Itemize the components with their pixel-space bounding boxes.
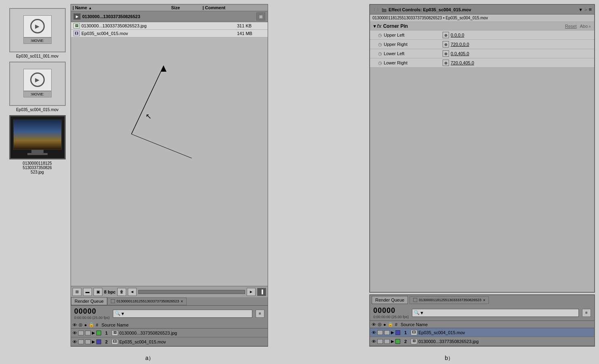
arrow-svg [111, 46, 212, 158]
layer-row-0[interactable]: 👁 ▶ 1 🖼 0130000...337350826523.jpg [71, 329, 268, 337]
sidebar-item-1[interactable]: :MOVIE: Ep030_sc011_001.mov [6, 8, 69, 58]
stopwatch-lower-right[interactable]: ◷ [378, 60, 382, 66]
expand-corner-pin[interactable]: ▼ [372, 24, 377, 29]
value-area-lower-right: ⊕ 720.0,405.0 [443, 60, 474, 66]
layer-rows: 👁 ▶ 1 🖼 0130000...337350826523.jpg 👁 ▶ [71, 329, 268, 346]
b-source-name-label: Source Name [401, 322, 428, 327]
toolbar-btn-list[interactable]: ▬ [83, 288, 92, 296]
preview-area: ↖ [71, 37, 268, 286]
b-eye-ctrl: 👁 [372, 322, 376, 327]
layer-num-0: 1 [102, 331, 110, 335]
param-value-lower-left[interactable]: 0.0,405.0 [451, 51, 469, 56]
b-timecode-area: 00000 0:00:00:00 (25.00 fps) [373, 306, 409, 319]
b-layer-name-0: Ep035_sc004_015.mov [418, 330, 593, 335]
sidebar-item-2[interactable]: :MOVIE: Ep035_sc004_015.mov [6, 62, 69, 112]
file-group-row[interactable]: ▶ 0130000...130337350826523 ⊞ [71, 11, 268, 22]
sidebar-label-2: Ep035_sc004_015.mov [16, 108, 58, 112]
b-sq-1 [377, 339, 383, 344]
toolbar-btn-grid[interactable]: ⊞ [73, 288, 81, 296]
b-layer-row-0[interactable]: 👁 ▶ 1 🎞 Ep035_sc004_015.mov [370, 328, 594, 337]
b-timeline: Render Queue 013000011812551303333735082… [369, 294, 595, 347]
monitor-base [27, 153, 48, 155]
tab-close-icon[interactable]: × [181, 299, 183, 304]
expand-1[interactable]: ▶ [92, 339, 95, 344]
search-box[interactable]: 🔍 ▼ [113, 310, 252, 318]
effect-menu[interactable]: ≡ [589, 6, 592, 12]
sidebar-label-1: Ep030_sc011_001.mov [16, 54, 58, 58]
tab-comp[interactable]: 0130000118125513033737350826523 × [107, 298, 187, 305]
audio-ctrl: ◎ [79, 322, 83, 327]
timecode: 00000 [74, 307, 110, 316]
crosshair-upper-right[interactable]: ⊕ [443, 41, 449, 48]
b-search-dropdown[interactable]: ▼ [420, 310, 424, 315]
b-expand-1[interactable]: ▶ [391, 339, 394, 343]
sq-1b [85, 339, 91, 344]
scrollbar-track[interactable] [138, 290, 245, 294]
stopwatch-lower-left[interactable]: ◷ [378, 51, 382, 56]
timeline-tabs: Render Queue 013000011812551303373735082… [71, 297, 268, 306]
toolbar-btn-next[interactable]: ► [247, 288, 256, 296]
sidebar-item-3[interactable]: 01300001181255130337350826523.jpg [6, 115, 69, 174]
sq-0 [78, 331, 84, 335]
toolbar-btn-options[interactable]: ▐ [257, 288, 266, 296]
corner-pin-name: Corner Pin [383, 23, 565, 29]
effect-controls: ⋮⋮ 🎬 Effect Controls: Ep035_sc004_015.mo… [369, 4, 595, 293]
sq-1 [78, 339, 84, 344]
b-timeline-options-btn[interactable]: ≡ [582, 309, 591, 317]
param-value-lower-right[interactable]: 720.0,405.0 [451, 60, 474, 65]
search-dropdown[interactable]: ▼ [121, 311, 125, 316]
b-tab-comp[interactable]: 0130000118125513033337350826523 × [410, 296, 489, 304]
b-comp-tab-name: 0130000118125513033337350826523 [419, 298, 481, 302]
monitor-stand [31, 150, 44, 153]
file-size-1: 141 MB [237, 31, 265, 36]
crosshair-lower-right[interactable]: ⊕ [443, 60, 449, 66]
b-layer-num-1: 2 [401, 339, 410, 344]
param-name-lower-left: ◷ Lower Left [378, 51, 443, 56]
b-layer-rows: 👁 ▶ 1 🎞 Ep035_sc004_015.mov 👁 ▶ 2 [370, 328, 594, 346]
group-options-btn[interactable]: ⊞ [256, 12, 265, 21]
b-search-box[interactable]: 🔍 ▼ [412, 309, 579, 317]
eye-0: 👁 [73, 331, 77, 335]
captions: a） b） [0, 351, 599, 364]
file-row-1[interactable]: 🎞 Ep035_sc004_015.mov 141 MB [71, 30, 268, 37]
layer-color-1 [96, 339, 101, 344]
caption-a: a） [146, 355, 154, 362]
value-area-lower-left: ⊕ 0.0,405.0 [443, 50, 469, 57]
toolbar-bottom: ⊞ ▬ ▣ 8 bpc 🗑 ◄ ► ▐ [71, 286, 268, 297]
layer-row-1[interactable]: 👁 ▶ 2 🎞 Ep035_sc004_015.mov [71, 337, 268, 346]
toolbar-btn-trash[interactable]: 🗑 [117, 288, 126, 296]
b-comp-thumb [413, 298, 417, 302]
movie-label-1: :MOVIE: [23, 37, 52, 44]
corner-pin-header[interactable]: ▼ fx Corner Pin Reset Abo ▲ [370, 22, 594, 31]
file-browser: | Name ▲ Size | Comment ▶ 0130000...1303… [71, 4, 268, 347]
stopwatch-upper-right[interactable]: ◷ [378, 42, 382, 47]
monitor-screen [13, 120, 62, 150]
b-layer-icon-0: 🎞 [411, 330, 417, 335]
tab-render-queue[interactable]: Render Queue [71, 297, 107, 305]
param-upper-left: ◷ Upper Left ⊕ 0.0,0.0 [370, 31, 594, 40]
param-value-upper-right[interactable]: 720.0,0.0 [451, 42, 469, 47]
file-row-0[interactable]: 🖼 0130000...130337350826523.jpg 311 KB [71, 22, 268, 30]
thumb-box-2: :MOVIE: [9, 62, 66, 106]
search-icon: 🔍 [115, 311, 121, 316]
about-btn[interactable]: Abo [580, 24, 588, 29]
param-value-upper-left[interactable]: 0.0,0.0 [451, 33, 464, 37]
movie-label-2: :MOVIE: [23, 91, 52, 97]
crosshair-upper-left[interactable]: ⊕ [443, 32, 449, 38]
toolbar-btn-preview[interactable]: ▣ [94, 288, 102, 296]
expand-0[interactable]: ▶ [92, 331, 95, 335]
b-tab-render-queue[interactable]: Render Queue [372, 296, 408, 304]
effect-dropdown[interactable]: ▼ [578, 7, 583, 12]
stopwatch-upper-left[interactable]: ◷ [378, 33, 382, 38]
group-name: 0130000...130337350826523 [82, 14, 140, 19]
crosshair-lower-left[interactable]: ⊕ [443, 50, 449, 57]
b-audio-ctrl: ◎ [378, 322, 382, 327]
b-tab-close-icon[interactable]: × [483, 298, 485, 302]
toolbar-btn-prev[interactable]: ◄ [128, 288, 137, 296]
reset-btn[interactable]: Reset [565, 24, 577, 29]
b-expand-0[interactable]: ▶ [391, 330, 394, 335]
eye-1: 👁 [73, 339, 77, 344]
b-layer-row-1[interactable]: 👁 ▶ 2 🖼 0130000...3377350826523.jpg [370, 337, 594, 346]
timeline-options-btn[interactable]: ≡ [256, 310, 264, 318]
layer-name-1: Ep035_sc004_015.mov [119, 339, 266, 344]
